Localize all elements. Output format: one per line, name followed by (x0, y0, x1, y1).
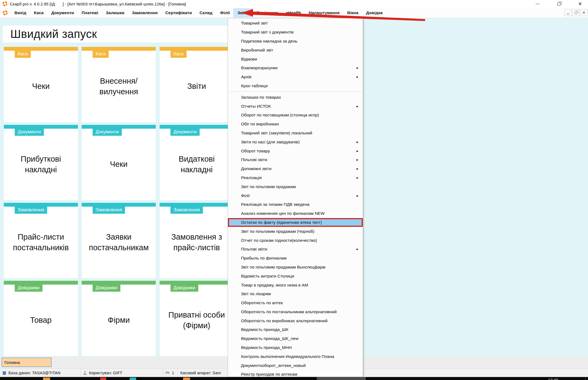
tile-color-strip (82, 125, 156, 129)
reports-menu-item[interactable]: Залишки по товарах (228, 93, 363, 102)
menubar-item-9[interactable]: Філії (216, 9, 234, 17)
menubar-item-12[interactable]: eHealth (282, 9, 305, 17)
submenu-arrow-icon: ► (356, 176, 359, 179)
reports-menu-item[interactable]: Податкова накладна за день (228, 37, 363, 46)
reports-menu-item[interactable]: Звіти по касі (для завідувачів)► (228, 137, 363, 146)
reports-menu-item[interactable]: Оборотність по виробниках альтернативний (228, 316, 363, 325)
reports-menu-item[interactable]: Обіг по виробниках (228, 120, 363, 129)
reports-menu-item[interactable]: Звіт по лікарям (228, 289, 363, 298)
reports-menu-item[interactable]: Відмови (228, 55, 363, 64)
quick-launch-tile[interactable]: ЗамовленняЗамовлення з прайс-листів (160, 203, 234, 278)
quick-launch-tile[interactable]: ДовідникиТовар (4, 281, 78, 356)
reports-menu-item[interactable]: Крос-таблиця (228, 82, 363, 91)
reports-menu-item[interactable]: Звіт по пільговим продажам Вынспецфарм (228, 263, 363, 272)
reports-menu-item[interactable]: Пільгові звіти► (228, 245, 363, 254)
menu-item-label: Звіт по пільговим продажам (Чорноб) (241, 229, 314, 234)
quick-launch-tile[interactable]: ДокументиЧеки (82, 125, 156, 200)
reports-menu-item[interactable]: Товарний звіт (закупівля) локальний (228, 129, 363, 138)
tab-holovna[interactable]: Головна (2, 358, 51, 367)
tile-color-strip (160, 203, 234, 207)
menu-item-label: Отчет по срокам годности(количество) (241, 238, 317, 243)
reports-menu-item[interactable]: Оборот по поставщикам (столица испр) (228, 111, 363, 120)
reports-menu-item[interactable]: Документооборот_аптеки_новый (228, 361, 363, 370)
menubar-item-15[interactable]: Довідка (362, 9, 386, 17)
menu-item-label: Остатки по факту (единичная атека тест) (241, 220, 322, 225)
close-button[interactable]: ✕ (576, 0, 584, 7)
reports-menu-item[interactable]: Ведомость прихода_МНН (228, 343, 363, 352)
quick-launch-tile[interactable]: ЗамовленняПрайс-листи постачальників (4, 203, 78, 278)
reports-menu-item[interactable]: Звіт по пільговим продажам (Чорноб) (228, 227, 363, 236)
mdi-restore-button[interactable] (572, 9, 580, 16)
menu-item-label: Ведомость прихода_МНН (241, 345, 292, 350)
reports-menu-item[interactable]: Архів► (228, 73, 363, 82)
reports-menu-item[interactable]: Ведомость прихода_ШК_new (228, 334, 363, 343)
menubar-item-1[interactable]: Вихід (11, 9, 30, 17)
reports-menu-item[interactable]: Товар в продажу, якого нема в АМ (228, 281, 363, 289)
tile-color-strip (4, 281, 78, 285)
reports-menu-item[interactable]: Пільгові звіти► (228, 155, 363, 164)
quick-launch-tile[interactable]: ДовідникиФірми (82, 281, 156, 356)
reports-menu-item[interactable]: Прибыль по филиалам (228, 254, 363, 263)
reports-menu-item[interactable]: Оборотність по постачальникам альтернати… (228, 307, 363, 316)
quick-launch-tile[interactable]: ДокументиПрибуткові накладні (4, 125, 78, 200)
mdi-minimize-button[interactable] (564, 9, 572, 16)
reports-menu-item[interactable]: Ведомость прихода_ШК (228, 325, 363, 334)
menu-item-label: Товарний звіт (241, 21, 268, 26)
reports-menu-item[interactable]: Отчеты ИСТОК► (228, 102, 363, 111)
menubar-item-6[interactable]: Замовлення (128, 9, 162, 17)
mdi-close-button[interactable]: ✕ (580, 9, 587, 16)
taskbar[interactable]: 12:40 (0, 377, 588, 380)
reports-menu-item[interactable]: Оборотність по аптек (228, 298, 363, 307)
reports-menu-item[interactable]: Реалізація за типами ПДВ зведена (228, 200, 363, 209)
menu-bar-items: ВихідКасаДокументиПлатежіЗалишкиЗамовлен… (11, 8, 386, 18)
quick-launch-tile[interactable]: КасаЗвіти (160, 47, 234, 122)
reports-menu-item[interactable]: Взаєморозрахунки► (228, 64, 363, 73)
quick-launch-tile[interactable]: ДовідникиПриватні особи (Фірми) (160, 281, 234, 356)
submenu-arrow-icon: ► (356, 167, 359, 170)
reports-menu-item[interactable]: Товарний звіт (228, 19, 363, 28)
quick-launch-tile[interactable]: ДокументиВидаткові накладні (160, 125, 234, 200)
reports-menu-item[interactable]: Допоміжні звіти► (228, 164, 363, 173)
reports-menu-item[interactable]: Реестр приходов по аптекам (228, 370, 363, 377)
taskbar-icon[interactable] (43, 378, 50, 380)
reports-menu-item[interactable]: Оборот товару► (228, 146, 363, 155)
tile-label: Чеки (82, 129, 156, 200)
taskbar-window-button[interactable] (317, 377, 366, 380)
reports-menu-item[interactable]: Остатки по факту (единичная атека тест) (228, 218, 363, 227)
menubar-item-13[interactable]: Налаштування (305, 9, 343, 17)
reports-menu-item[interactable]: Контроль выполнения Индивидуального План… (228, 352, 363, 361)
reports-menu-item[interactable]: Відомість витрати Столиця (228, 272, 363, 281)
reports-menu-item[interactable]: Реалізація► (228, 173, 363, 182)
reports-menu-item[interactable]: Анализ изменения цен по филиалам NEW (228, 209, 363, 218)
reports-menu-item[interactable]: Звіт по пільговим продажам (228, 182, 363, 191)
menubar-item-2[interactable]: Каса (30, 9, 48, 17)
app-logo-icon (2, 10, 8, 16)
database-icon (2, 371, 7, 375)
minimize-button[interactable] (534, 0, 542, 7)
menubar-item-4[interactable]: Платежі (78, 9, 102, 17)
tile-label: Фірми (82, 285, 156, 356)
menubar-item-11[interactable]: Довідники (252, 9, 282, 17)
menu-item-label: Крос-таблиця (241, 83, 268, 88)
reports-menu-item[interactable]: Отчет по срокам годности(количество) (228, 236, 363, 245)
menubar-item-5[interactable]: Залишки (102, 9, 128, 17)
menubar-item-14[interactable]: Вікна (343, 9, 362, 17)
quick-launch-tile[interactable]: ЗамовленняЗаявки постачальникам (82, 203, 156, 278)
restore-button[interactable] (555, 0, 563, 7)
tile-label: Товар (4, 285, 78, 356)
menu-item-label: Пільгові звіти (241, 157, 267, 162)
taskbar-icon[interactable] (100, 378, 106, 380)
reports-menu-item[interactable]: Філії► (228, 191, 363, 200)
reports-menu-item[interactable]: Виробничий звіт (228, 46, 363, 55)
taskbar-divider (585, 377, 586, 380)
taskbar-icon[interactable] (183, 378, 190, 380)
menubar-item-8[interactable]: Склад (196, 9, 216, 17)
app-logo-icon (2, 1, 8, 7)
menubar-item-10[interactable]: Звіти (234, 9, 252, 17)
quick-launch-tile[interactable]: КасаЧеки (4, 47, 78, 122)
taskbar-icon[interactable] (130, 378, 136, 380)
menubar-item-7[interactable]: Сертифікати (162, 9, 196, 17)
reports-menu-item[interactable]: Товарний звіт з документів (228, 28, 363, 37)
menubar-item-3[interactable]: Документи (47, 9, 78, 17)
quick-launch-tile[interactable]: КасаВнесення/вилучення (82, 47, 156, 122)
